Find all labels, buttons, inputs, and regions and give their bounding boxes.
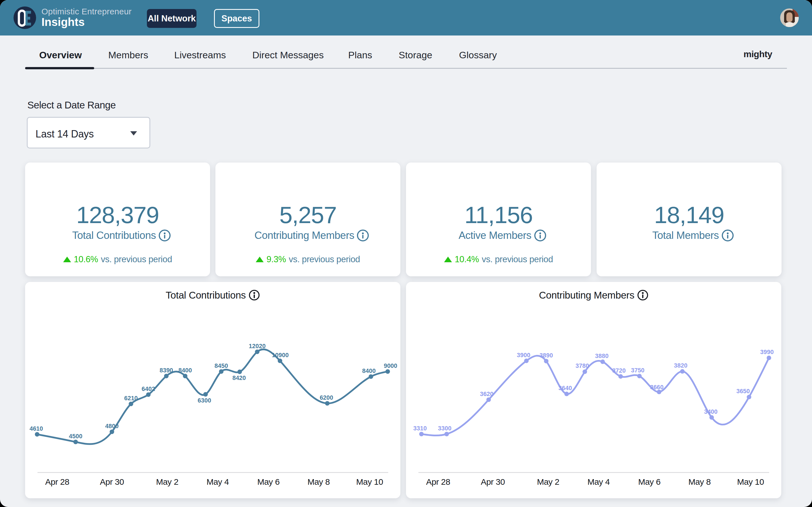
svg-text:May 6: May 6: [257, 477, 280, 487]
svg-text:3310: 3310: [413, 425, 427, 432]
svg-text:4800: 4800: [105, 423, 119, 430]
svg-text:4500: 4500: [69, 433, 82, 440]
svg-text:Apr 28: Apr 28: [45, 477, 69, 487]
svg-text:3660: 3660: [650, 384, 664, 391]
svg-text:6210: 6210: [124, 395, 138, 402]
svg-text:8450: 8450: [214, 362, 228, 369]
svg-text:May 2: May 2: [156, 477, 178, 487]
svg-text:3990: 3990: [760, 349, 774, 355]
svg-text:May 4: May 4: [206, 477, 229, 487]
svg-text:8400: 8400: [179, 367, 192, 374]
svg-text:May 8: May 8: [307, 477, 329, 487]
svg-text:10900: 10900: [272, 352, 289, 358]
svg-text:May 6: May 6: [638, 477, 660, 487]
svg-text:8400: 8400: [362, 368, 376, 374]
svg-text:9000: 9000: [384, 362, 397, 369]
svg-text:May 2: May 2: [537, 477, 559, 487]
svg-text:8420: 8420: [232, 375, 246, 381]
svg-text:8390: 8390: [160, 367, 173, 374]
svg-text:3900: 3900: [517, 352, 530, 358]
svg-text:6200: 6200: [320, 394, 333, 401]
svg-text:3400: 3400: [704, 408, 718, 415]
svg-text:Apr 28: Apr 28: [426, 477, 450, 487]
svg-text:May 8: May 8: [688, 477, 711, 487]
svg-text:3640: 3640: [559, 385, 572, 392]
svg-text:3750: 3750: [631, 367, 645, 374]
svg-text:3880: 3880: [595, 353, 609, 359]
svg-text:3780: 3780: [575, 362, 589, 369]
svg-text:May 4: May 4: [587, 477, 610, 487]
svg-text:3720: 3720: [612, 367, 626, 374]
svg-text:3890: 3890: [539, 352, 553, 359]
svg-text:3650: 3650: [737, 388, 750, 395]
svg-text:May 10: May 10: [356, 477, 383, 487]
svg-text:Apr 30: Apr 30: [481, 477, 505, 487]
svg-text:4610: 4610: [30, 425, 43, 432]
svg-text:Apr 30: Apr 30: [100, 477, 124, 487]
svg-text:12020: 12020: [249, 343, 266, 349]
svg-text:6300: 6300: [198, 397, 211, 404]
svg-text:May 10: May 10: [737, 477, 764, 487]
svg-text:3620: 3620: [480, 391, 493, 397]
svg-text:6402: 6402: [142, 386, 155, 392]
svg-text:3300: 3300: [438, 425, 451, 432]
svg-text:3820: 3820: [674, 362, 688, 369]
